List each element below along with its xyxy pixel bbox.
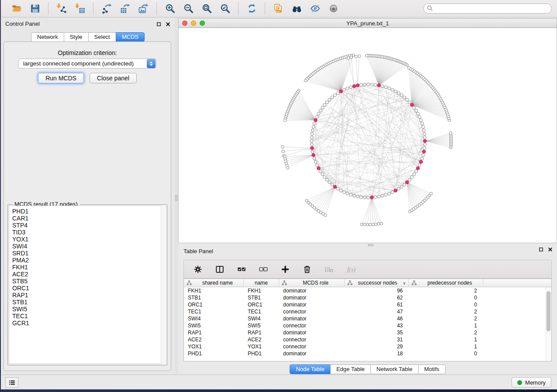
table-scrollbar-thumb[interactable] xyxy=(547,291,550,331)
network-node[interactable] xyxy=(325,101,329,104)
table-cell[interactable]: ORC1 xyxy=(184,301,244,308)
network-node[interactable] xyxy=(282,150,284,153)
network-node[interactable] xyxy=(374,196,377,199)
network-node[interactable] xyxy=(391,88,394,91)
network-node[interactable] xyxy=(315,115,318,118)
table-row[interactable]: YOX1YOX1connector291 xyxy=(184,343,551,350)
sort-descending-icon[interactable]: ∨ xyxy=(403,281,406,285)
network-node[interactable] xyxy=(400,186,403,189)
network-node[interactable] xyxy=(333,94,336,97)
network-node[interactable] xyxy=(397,92,400,95)
mcds-network-node[interactable] xyxy=(370,196,374,199)
table-cell[interactable]: connector xyxy=(279,343,345,350)
float-panel-icon[interactable] xyxy=(156,22,161,27)
table-cell[interactable]: TEC1 xyxy=(244,308,279,315)
table-cell[interactable]: RAP1 xyxy=(244,329,279,336)
mcds-network-node[interactable] xyxy=(423,139,427,143)
network-node[interactable] xyxy=(336,92,339,95)
import-table-button[interactable] xyxy=(74,3,86,15)
network-node[interactable] xyxy=(403,96,406,99)
network-node[interactable] xyxy=(319,170,322,173)
mcds-network-node[interactable] xyxy=(377,84,381,87)
network-node[interactable] xyxy=(397,187,400,190)
table-cell[interactable]: 2 xyxy=(409,308,483,315)
network-node[interactable] xyxy=(304,79,307,82)
table-cell[interactable]: ACE2 xyxy=(244,336,279,343)
mcds-result-item[interactable]: TID3 xyxy=(12,229,166,236)
network-node[interactable] xyxy=(374,83,377,86)
network-node[interactable] xyxy=(358,55,360,57)
vertical-splitter[interactable] xyxy=(175,18,178,375)
mcds-network-node[interactable] xyxy=(353,85,356,88)
network-node[interactable] xyxy=(366,223,369,226)
export-image-button[interactable] xyxy=(137,3,149,15)
network-node[interactable] xyxy=(311,129,314,132)
network-node[interactable] xyxy=(367,83,370,86)
table-tab-node-table[interactable]: Node Table xyxy=(290,364,331,374)
network-node[interactable] xyxy=(381,85,384,88)
table-cell[interactable]: 2 xyxy=(409,329,483,336)
column-header-name[interactable]: name xyxy=(244,279,279,287)
network-node[interactable] xyxy=(408,178,411,181)
tab-network[interactable]: Network xyxy=(31,32,64,42)
network-node[interactable] xyxy=(403,183,406,186)
zoom-in-button[interactable] xyxy=(164,3,176,15)
delete-column-button[interactable] xyxy=(301,263,313,275)
export-table-button[interactable] xyxy=(119,3,131,15)
network-node[interactable] xyxy=(411,175,414,179)
float-table-panel-icon[interactable] xyxy=(539,247,543,252)
table-cell[interactable]: dominator xyxy=(279,294,345,301)
table-cell[interactable]: 29 xyxy=(345,343,409,350)
network-node[interactable] xyxy=(418,115,421,118)
table-cell[interactable]: connector xyxy=(279,336,345,343)
table-row[interactable]: RAP1RAP1dominator352 xyxy=(184,329,551,336)
table-cell[interactable]: SWI4 xyxy=(184,315,244,322)
network-graph[interactable] xyxy=(179,28,557,243)
table-row[interactable]: SWI4SWI4dominator462 xyxy=(184,315,551,322)
table-cell[interactable]: 0 xyxy=(409,350,483,357)
mcds-result-item[interactable]: FKH1 xyxy=(12,264,166,271)
table-cell[interactable]: 43 xyxy=(345,322,409,329)
mcds-network-node[interactable] xyxy=(333,185,337,189)
close-panel-button[interactable]: Close panel xyxy=(90,73,137,83)
network-node[interactable] xyxy=(325,178,329,181)
table-cell[interactable]: 96 xyxy=(345,287,409,294)
table-cell[interactable]: STB1 xyxy=(244,294,279,301)
table-cell[interactable]: 46 xyxy=(345,315,409,322)
network-node[interactable] xyxy=(317,112,320,115)
network-node[interactable] xyxy=(384,86,387,89)
network-node[interactable] xyxy=(363,196,366,199)
search-input[interactable] xyxy=(423,3,552,14)
network-node[interactable] xyxy=(331,183,334,186)
first-neighbors-button[interactable] xyxy=(291,3,303,15)
network-node[interactable] xyxy=(369,223,371,226)
table-cell[interactable]: dominator xyxy=(279,350,345,357)
table-cell[interactable]: 61 xyxy=(345,301,409,308)
network-node[interactable] xyxy=(346,192,349,195)
network-node[interactable] xyxy=(321,173,324,176)
table-cell[interactable]: 1 xyxy=(409,343,483,350)
table-cell[interactable]: YOX1 xyxy=(184,343,244,350)
network-node[interactable] xyxy=(360,83,363,86)
table-cell[interactable]: PHD1 xyxy=(244,350,279,357)
network-node[interactable] xyxy=(355,55,357,58)
save-session-button[interactable] xyxy=(29,3,41,15)
mcds-result-item[interactable]: PHD1 xyxy=(12,208,166,215)
network-node[interactable] xyxy=(323,175,326,179)
network-node[interactable] xyxy=(339,189,343,192)
column-header-MCDS-role[interactable]: MCDS role xyxy=(279,279,345,287)
network-node[interactable] xyxy=(421,157,424,160)
network-node[interactable] xyxy=(360,196,363,199)
show-graphics-details-button[interactable] xyxy=(327,3,339,15)
splitter-grip[interactable] xyxy=(175,195,178,201)
network-node[interactable] xyxy=(313,157,316,160)
network-node[interactable] xyxy=(310,136,313,139)
network-node[interactable] xyxy=(315,164,318,167)
network-node[interactable] xyxy=(349,86,352,89)
mcds-result-item[interactable]: SWI4 xyxy=(12,243,166,250)
mcds-result-item[interactable]: ACE2 xyxy=(12,271,166,278)
table-cell[interactable]: 2 xyxy=(409,287,483,294)
table-cell[interactable]: YOX1 xyxy=(244,343,279,350)
network-node[interactable] xyxy=(310,143,313,146)
network-node[interactable] xyxy=(423,147,426,150)
